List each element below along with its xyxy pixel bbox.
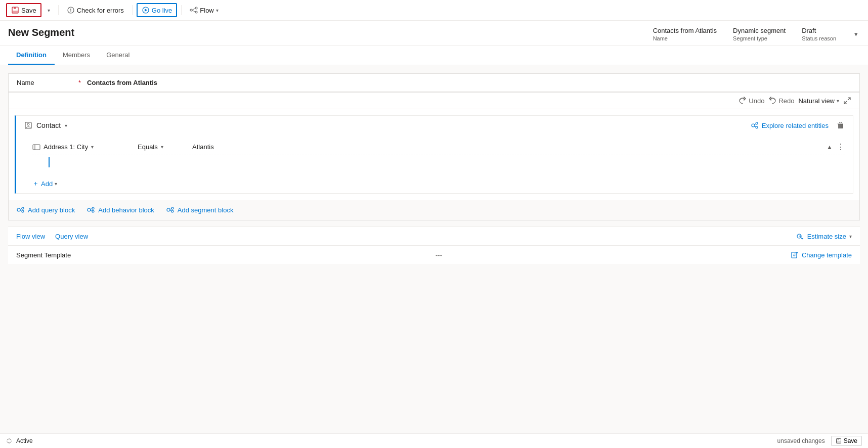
meta-status-reason-value: Draft xyxy=(802,27,836,34)
operator-chevron-icon: ▾ xyxy=(161,144,163,150)
meta-name-value: Contacts from Atlantis xyxy=(653,27,717,34)
toolbar-divider-2 xyxy=(132,5,133,15)
field-selector[interactable]: Address 1: City ▾ xyxy=(32,143,134,151)
svg-rect-21 xyxy=(33,145,40,150)
segment-block-icon xyxy=(166,206,175,214)
editor-toolbar: Undo Redo Natural view ▾ xyxy=(9,93,859,109)
chevron-down-icon: ▾ xyxy=(48,8,50,13)
svg-point-25 xyxy=(22,210,24,212)
entity-name[interactable]: Contact ▾ xyxy=(24,121,67,129)
flow-chevron-icon: ▾ xyxy=(216,8,219,13)
condition-row: Address 1: City ▾ Equals ▾ Atlantis ▲ ⋮ xyxy=(32,139,845,155)
change-template-icon xyxy=(791,251,799,259)
view-label: Natural view xyxy=(798,97,835,105)
status-right: unsaved changes Save xyxy=(777,436,862,446)
condition-value[interactable]: Atlantis xyxy=(192,143,822,151)
tab-general[interactable]: General xyxy=(98,46,138,65)
view-chevron-icon: ▾ xyxy=(837,98,839,104)
svg-point-9 xyxy=(195,11,197,13)
svg-point-5 xyxy=(70,11,71,12)
svg-line-37 xyxy=(170,210,171,211)
unsaved-changes-text: unsaved changes xyxy=(777,437,825,444)
svg-point-15 xyxy=(27,123,29,125)
add-query-block-button[interactable]: Add query block xyxy=(17,206,75,214)
main-content: Name * Contacts from Atlantis Undo Redo … xyxy=(0,65,868,433)
add-condition-button[interactable]: ＋ Add ▾ xyxy=(32,179,57,188)
meta-segment-type: Dynamic segment Segment type xyxy=(733,27,786,41)
meta-status-reason: Draft Status reason xyxy=(802,27,836,41)
svg-point-23 xyxy=(17,208,20,211)
status-left: Active xyxy=(6,437,33,444)
estimate-icon xyxy=(796,232,804,240)
query-view-link[interactable]: Query view xyxy=(55,233,88,240)
contact-entity-icon xyxy=(24,121,32,129)
svg-line-26 xyxy=(20,209,22,210)
save-button[interactable]: Save xyxy=(6,3,41,17)
svg-point-35 xyxy=(171,210,173,212)
toolbar-divider-3 xyxy=(181,5,182,15)
svg-rect-45 xyxy=(837,441,841,443)
svg-line-12 xyxy=(848,98,850,100)
toolbar: Save ▾ Check for errors Go live Flow ▾ xyxy=(0,0,868,21)
tab-members[interactable]: Members xyxy=(55,46,98,65)
svg-rect-2 xyxy=(13,11,18,13)
entity-chevron-icon: ▾ xyxy=(65,123,67,128)
text-cursor xyxy=(49,157,50,167)
go-live-button[interactable]: Go live xyxy=(137,3,177,17)
operator-selector[interactable]: Equals ▾ xyxy=(138,143,188,151)
more-options-button[interactable]: ⋮ xyxy=(837,142,845,152)
svg-point-17 xyxy=(756,122,758,124)
save-icon xyxy=(11,6,19,14)
status-save-icon xyxy=(836,438,842,444)
explore-icon xyxy=(751,121,759,129)
query-block-header: Contact ▾ Explore related entities xyxy=(16,116,853,135)
add-segment-block-button[interactable]: Add segment block xyxy=(166,206,234,214)
segment-editor: Undo Redo Natural view ▾ xyxy=(8,92,860,220)
entity-actions: Explore related entities 🗑 xyxy=(751,121,845,130)
header-chevron-icon[interactable]: ▾ xyxy=(852,28,860,40)
template-row: Segment Template --- Change template xyxy=(8,246,860,264)
undo-icon xyxy=(739,97,747,105)
tab-definition[interactable]: Definition xyxy=(8,46,55,65)
delete-block-button[interactable]: 🗑 xyxy=(837,121,845,130)
name-row: Name * Contacts from Atlantis xyxy=(8,73,860,92)
estimate-size-button[interactable]: Estimate size ▾ xyxy=(796,232,852,240)
name-value[interactable]: Contacts from Atlantis xyxy=(87,79,157,86)
expand-button[interactable] xyxy=(843,97,851,105)
flow-view-link[interactable]: Flow view xyxy=(16,233,45,240)
svg-line-36 xyxy=(170,209,171,210)
flow-button[interactable]: Flow ▾ xyxy=(186,4,222,16)
svg-rect-42 xyxy=(792,252,797,258)
meta-name-label: Name xyxy=(653,35,717,41)
template-label: Segment Template xyxy=(16,251,87,259)
explore-related-button[interactable]: Explore related entities xyxy=(751,121,829,129)
status-save-button[interactable]: Save xyxy=(831,436,862,446)
undo-button[interactable]: Undo xyxy=(739,97,764,105)
svg-point-28 xyxy=(88,208,91,211)
svg-line-13 xyxy=(844,101,847,104)
condition-area: Address 1: City ▾ Equals ▾ Atlantis ▲ ⋮ xyxy=(16,135,853,175)
tabs-bar: Definition Members General xyxy=(0,46,868,65)
svg-point-8 xyxy=(195,7,197,9)
meta-segment-type-label: Segment type xyxy=(733,35,786,41)
collapse-condition-button[interactable]: ▲ xyxy=(827,144,833,151)
required-asterisk: * xyxy=(78,79,81,86)
meta-status-reason-label: Status reason xyxy=(802,35,836,41)
svg-line-27 xyxy=(20,210,22,211)
meta-segment-type-value: Dynamic segment xyxy=(733,27,786,34)
redo-button[interactable]: Redo xyxy=(768,97,794,105)
check-errors-icon xyxy=(67,6,75,14)
add-row: ＋ Add ▾ xyxy=(16,175,853,193)
svg-point-33 xyxy=(167,208,170,211)
svg-point-16 xyxy=(752,124,755,127)
svg-line-20 xyxy=(755,126,756,127)
check-errors-button[interactable]: Check for errors xyxy=(63,4,128,16)
add-behavior-block-button[interactable]: Add behavior block xyxy=(87,206,154,214)
go-live-icon xyxy=(142,6,150,14)
svg-line-11 xyxy=(192,11,195,12)
svg-point-18 xyxy=(756,126,758,128)
view-selector[interactable]: Natural view ▾ xyxy=(798,97,839,105)
save-dropdown-button[interactable]: ▾ xyxy=(44,6,54,15)
svg-point-29 xyxy=(92,207,94,209)
change-template-button[interactable]: Change template xyxy=(791,251,852,259)
